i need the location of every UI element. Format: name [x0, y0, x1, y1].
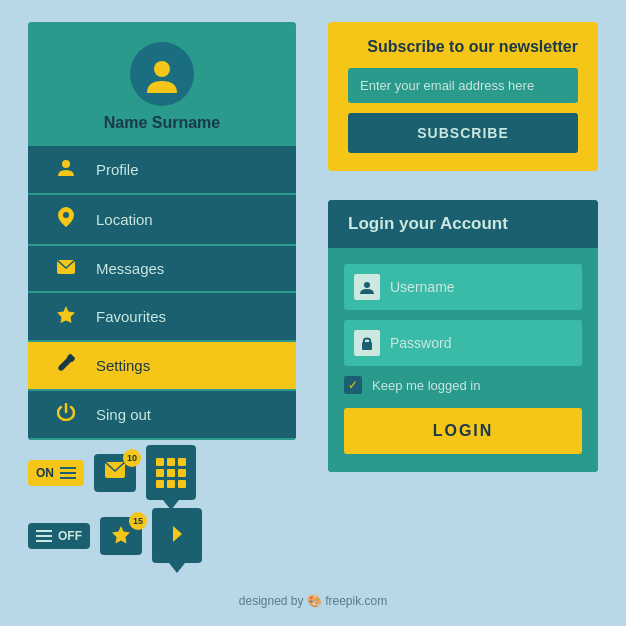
login-button[interactable]: LOGIN	[344, 408, 582, 454]
svg-point-5	[364, 282, 370, 288]
svg-marker-9	[173, 526, 182, 542]
profile-panel: Name Surname Profile Location Messages	[28, 22, 296, 440]
toggle-off-lines-icon	[36, 530, 52, 542]
toggle-lines-icon	[60, 467, 76, 479]
profile-label: Profile	[96, 161, 139, 178]
checkbox[interactable]: ✓	[344, 376, 362, 394]
footer-text: designed by	[239, 594, 304, 608]
subscribe-button[interactable]: SUBSCRIBE	[348, 113, 578, 153]
arrow-widget[interactable]	[152, 508, 202, 563]
svg-point-1	[62, 160, 70, 168]
menu-item-favourites[interactable]: Favourites	[28, 293, 296, 342]
svg-marker-4	[57, 306, 75, 323]
svg-marker-8	[112, 526, 130, 544]
messages-icon	[52, 258, 80, 279]
password-row: Password	[344, 320, 582, 366]
signout-label: Sing out	[96, 406, 151, 423]
grid-icon	[156, 458, 186, 488]
location-label: Location	[96, 211, 153, 228]
keep-logged-label: Keep me logged in	[372, 378, 480, 393]
favourites-badge: 15	[129, 512, 147, 530]
menu-item-profile[interactable]: Profile	[28, 146, 296, 195]
login-body: Username Password ✓ Keep me logged in LO…	[328, 248, 598, 472]
password-label: Password	[390, 335, 451, 351]
widget-row-2: OFF 15	[28, 508, 202, 563]
username-row: Username	[344, 264, 582, 310]
login-title: Login your Account	[328, 200, 598, 248]
grid-widget[interactable]	[146, 445, 196, 500]
email-input[interactable]	[348, 68, 578, 103]
toggle-on-label: ON	[36, 466, 54, 480]
username-label: Username	[390, 279, 455, 295]
lock-icon	[354, 330, 380, 356]
username-icon	[354, 274, 380, 300]
favourites-label: Favourites	[96, 308, 166, 325]
messages-label: Messages	[96, 260, 164, 277]
svg-point-0	[154, 61, 170, 77]
profile-icon	[52, 158, 80, 181]
newsletter-panel: Subscribe to our newsletter SUBSCRIBE	[328, 22, 598, 171]
footer-brand: freepik.com	[325, 594, 387, 608]
newsletter-title: Subscribe to our newsletter	[348, 38, 578, 56]
fav-star-icon	[111, 524, 131, 548]
profile-header: Name Surname	[28, 22, 296, 146]
settings-label: Settings	[96, 357, 150, 374]
login-panel: Login your Account Username Password ✓ K	[328, 200, 598, 472]
footer-icon: 🎨	[307, 594, 325, 608]
keep-logged-row[interactable]: ✓ Keep me logged in	[344, 376, 582, 394]
profile-name: Name Surname	[104, 114, 221, 132]
menu-item-location[interactable]: Location	[28, 195, 296, 246]
notification-widget[interactable]: 10	[94, 454, 136, 492]
location-icon	[52, 207, 80, 232]
toggle-on-widget[interactable]: ON	[28, 460, 84, 486]
chevron-right-icon	[166, 523, 188, 549]
toggle-off-widget[interactable]: OFF	[28, 523, 90, 549]
menu-item-signout[interactable]: Sing out	[28, 391, 296, 440]
widgets-area: ON 10	[28, 445, 202, 563]
avatar	[130, 42, 194, 106]
envelope-icon	[105, 462, 125, 483]
widget-row-1: ON 10	[28, 445, 202, 500]
menu-item-settings[interactable]: Settings	[28, 342, 296, 391]
toggle-off-label: OFF	[58, 529, 82, 543]
power-icon	[52, 403, 80, 426]
arrow-pointer	[169, 563, 185, 573]
menu-item-messages[interactable]: Messages	[28, 246, 296, 293]
star-icon	[52, 305, 80, 328]
wrench-icon	[52, 354, 80, 377]
svg-point-2	[63, 212, 69, 218]
footer: designed by 🎨 freepik.com	[0, 594, 626, 608]
favourites-widget[interactable]: 15	[100, 517, 142, 555]
svg-rect-6	[362, 342, 372, 350]
notification-badge: 10	[123, 449, 141, 467]
